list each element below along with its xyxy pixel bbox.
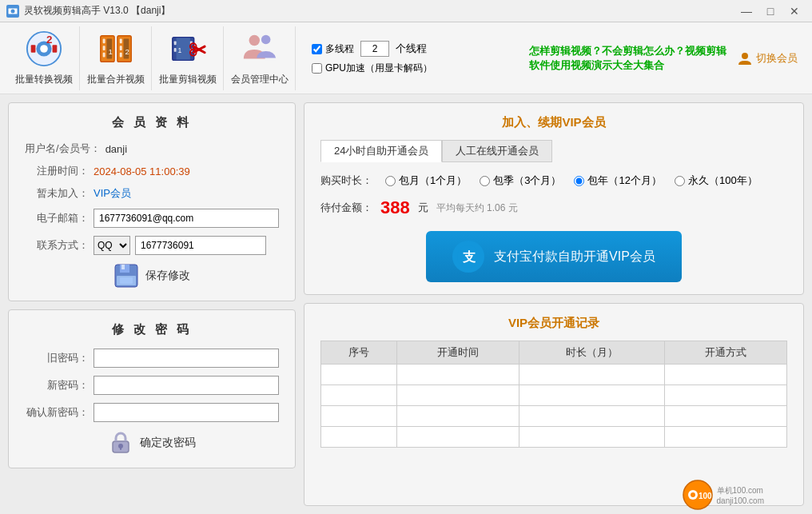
old-pwd-input[interactable] xyxy=(94,349,279,368)
alipay-label: 支付宝付款自助开通VIP会员 xyxy=(494,249,655,265)
contact-label: 联系方式： xyxy=(25,238,89,253)
username-row: 用户名/会员号： danji xyxy=(25,141,279,156)
radio-quarter-label: 包季（3个月） xyxy=(493,173,561,188)
tab-self-service[interactable]: 24小时自助开通会员 xyxy=(320,140,442,162)
confirm-pwd-button[interactable]: 确定改密码 xyxy=(108,430,196,456)
svg-rect-9 xyxy=(102,39,105,44)
save-label: 保存修改 xyxy=(145,269,190,283)
svg-rect-13 xyxy=(119,39,121,44)
svg-text:支: 支 xyxy=(462,250,476,264)
svg-point-1 xyxy=(11,9,15,13)
table-row xyxy=(321,365,787,385)
old-pwd-label: 旧密码： xyxy=(25,351,89,365)
email-input[interactable] xyxy=(94,209,279,228)
svg-rect-6 xyxy=(52,45,57,53)
radio-month[interactable]: 包月（1个月） xyxy=(385,173,467,188)
batch-convert-label: 批量转换视频 xyxy=(15,73,73,86)
vip-records-box: VIP会员开通记录 序号 开通时间 时长（月） 开通方式 xyxy=(304,303,804,506)
svg-point-47 xyxy=(691,492,695,497)
purchase-label: 购买时长： xyxy=(320,173,372,188)
toolbar-item-batch-convert[interactable]: 2 批量转换视频 xyxy=(8,26,80,90)
promo-area: 怎样剪辑视频？不会剪辑怎么办？视频剪辑软件使用视频演示大全大集合 xyxy=(529,44,730,73)
radio-quarter[interactable]: 包季（3个月） xyxy=(480,173,561,188)
radio-forever-label: 永久（100年） xyxy=(688,173,758,188)
col-duration: 时长（月） xyxy=(519,341,665,365)
close-button[interactable]: ✕ xyxy=(783,3,806,19)
svg-rect-11 xyxy=(102,53,105,58)
multithread-checkbox[interactable] xyxy=(312,44,322,54)
right-panel: 加入、续期VIP会员 24小时自助开通会员 人工在线开通会员 购买时长： 包月（… xyxy=(304,102,804,506)
table-header-row: 序号 开通时间 时长（月） 开通方式 xyxy=(321,341,787,365)
toolbar-settings: 多线程 2 个线程 GPU加速（用显卡解码） xyxy=(296,33,529,83)
toolbar-item-batch-merge[interactable]: 1 2 批量合并视频 xyxy=(80,26,152,90)
confirm-pwd-row: 确认新密码： xyxy=(25,403,279,422)
film-icon: 2 xyxy=(25,30,63,68)
tab-manual[interactable]: 人工在线开通会员 xyxy=(442,140,552,162)
watermark: 100 单机100.com danji100.com xyxy=(682,479,764,511)
svg-rect-42 xyxy=(120,446,121,450)
member-info-box: 会 员 资 料 用户名/会员号： danji 注册时间： 2024-08-05 … xyxy=(8,102,296,301)
amount-label: 待付金额： xyxy=(320,201,372,215)
svg-rect-23 xyxy=(173,41,176,45)
toolbar: 2 批量转换视频 1 2 批量合并视频 xyxy=(0,22,812,94)
password-box: 修 改 密 码 旧密码： 新密码： 确认新密码： 确 xyxy=(8,309,296,468)
regdate-value: 2024-08-05 11:00:39 xyxy=(94,165,190,177)
watermark-url: danji100.com xyxy=(717,496,764,505)
gpu-label: GPU加速（用显卡解码） xyxy=(325,62,432,75)
vip-join-box: 加入、续期VIP会员 24小时自助开通会员 人工在线开通会员 购买时长： 包月（… xyxy=(304,102,804,295)
vip-records-title: VIP会员开通记录 xyxy=(320,316,787,331)
multithread-checkbox-item[interactable]: 多线程 xyxy=(312,42,354,56)
batch-merge-label: 批量合并视频 xyxy=(87,73,145,86)
title-bar: 灵软视频剪辑高手 V13.0 【danji】 — □ ✕ xyxy=(0,0,812,22)
confirm-pwd-label-text: 确定改密码 xyxy=(140,436,196,450)
switch-vip-label: 切换会员 xyxy=(756,51,798,66)
radio-forever[interactable]: 永久（100年） xyxy=(675,173,758,188)
table-row xyxy=(321,406,787,427)
maximize-button[interactable]: □ xyxy=(759,3,782,19)
toolbar-item-batch-cut[interactable]: 1 批量剪辑视频 xyxy=(152,26,224,90)
svg-point-32 xyxy=(249,35,259,46)
confirm-pwd-input[interactable] xyxy=(94,403,279,422)
radio-year-input[interactable] xyxy=(574,176,584,186)
member-icon xyxy=(241,30,279,68)
toolbar-item-member[interactable]: 会员管理中心 xyxy=(224,26,296,90)
purchase-row: 购买时长： 包月（1个月） 包季（3个月） 包年（12个月） xyxy=(320,173,787,188)
thread-count-input[interactable]: 2 xyxy=(360,41,389,57)
radio-month-input[interactable] xyxy=(385,176,396,186)
member-info-title: 会 员 资 料 xyxy=(25,115,279,130)
thread-unit: 个线程 xyxy=(396,42,427,56)
title-bar-left: 灵软视频剪辑高手 V13.0 【danji】 xyxy=(6,4,170,18)
gpu-checkbox[interactable] xyxy=(312,63,322,74)
radio-forever-input[interactable] xyxy=(675,176,685,186)
alipay-button[interactable]: 支 支付宝付款自助开通VIP会员 xyxy=(426,231,682,282)
svg-point-34 xyxy=(742,53,748,59)
table-row xyxy=(321,427,787,448)
tab-manual-label: 人工在线开通会员 xyxy=(456,145,539,157)
contact-row: 联系方式： QQ 微信 手机 xyxy=(25,236,279,255)
new-pwd-input[interactable] xyxy=(94,376,279,395)
svg-text:100: 100 xyxy=(699,492,712,500)
gpu-checkbox-item[interactable]: GPU加速（用显卡解码） xyxy=(312,62,432,75)
minimize-button[interactable]: — xyxy=(735,3,758,19)
save-button[interactable]: 保存修改 xyxy=(113,263,190,289)
svg-rect-15 xyxy=(119,53,121,58)
vip-status-row: 暂未加入： VIP会员 xyxy=(25,186,279,201)
tab-self-service-label: 24小时自助开通会员 xyxy=(334,145,428,157)
app-icon xyxy=(6,5,19,18)
contact-type-select[interactable]: QQ 微信 手机 xyxy=(94,236,130,255)
radio-year[interactable]: 包年（12个月） xyxy=(574,173,661,188)
main-content: 会 员 资 料 用户名/会员号： danji 注册时间： 2024-08-05 … xyxy=(0,94,812,514)
switch-vip-button[interactable]: 切换会员 xyxy=(730,47,804,70)
password-title: 修 改 密 码 xyxy=(25,322,279,337)
left-panel: 会 员 资 料 用户名/会员号： danji 注册时间： 2024-08-05 … xyxy=(8,102,296,506)
svg-text:1: 1 xyxy=(177,46,181,54)
contact-value-input[interactable] xyxy=(135,236,266,255)
records-tbody xyxy=(321,365,787,448)
vip-records-table: 序号 开通时间 时长（月） 开通方式 xyxy=(320,341,787,448)
radio-quarter-input[interactable] xyxy=(480,176,490,186)
window-title: 灵软视频剪辑高手 V13.0 【danji】 xyxy=(24,4,170,18)
save-icon xyxy=(113,263,139,289)
vip-status-label: 暂未加入： xyxy=(25,186,89,201)
email-row: 电子邮箱： xyxy=(25,209,279,228)
email-label: 电子邮箱： xyxy=(25,211,89,225)
